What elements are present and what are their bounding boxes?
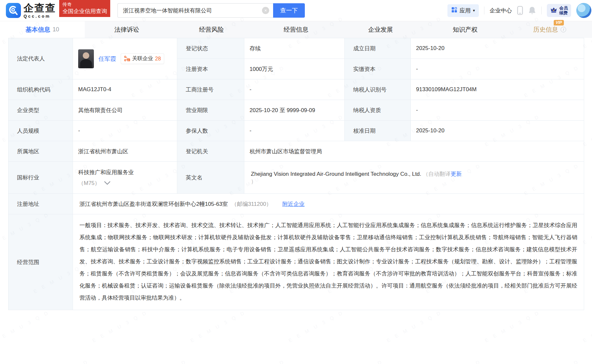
notifications-bell-icon[interactable] (528, 6, 536, 15)
vip-renew-button[interactable]: 会员 续费 (547, 4, 571, 17)
svg-text:企: 企 (128, 59, 130, 61)
label-legal-rep: 法定代表人 (9, 38, 73, 79)
brand-cn: 企查查 (24, 3, 56, 13)
label-reg-capital: 注册资本 (177, 59, 244, 79)
related-companies-button[interactable]: 企 关联企业 28 (121, 53, 164, 64)
basic-info-count: 10 (53, 26, 59, 33)
auto-translate-note: （自动翻译 (423, 171, 451, 177)
industry-name: 科技推广和应用服务业 (78, 169, 172, 176)
value-approval-date: 2025-10-20 (411, 121, 584, 141)
value-biz-term: 2025-10-20 至 9999-09-09 (244, 100, 345, 121)
legal-rep-name-link[interactable]: 任军霞 (98, 55, 116, 63)
value-reg-address: 浙江省杭州市萧山区盈丰街道双澜世环创新中心2幢105-63室 （邮编311200… (73, 194, 584, 214)
value-industry: 科技推广和应用服务业 （M75） (73, 162, 177, 194)
search-bar: × 查一下 (117, 3, 305, 18)
biz-scope-text: 一般项目：技术服务、技术开发、技术咨询、技术交流、技术转让、技术推广；人工智能通… (79, 219, 577, 304)
related-company-icon: 企 (124, 56, 130, 62)
label-region: 所属地区 (9, 141, 73, 162)
company-section-tabs: 基本信息10 法律诉讼 经营风险 经营信息 企业发展 知识产权 历史信息 VIP… (0, 21, 592, 38)
label-industry: 国标行业 (9, 162, 73, 194)
qcc-logo-icon (6, 3, 21, 18)
label-biz-scope: 经营范围 (9, 214, 73, 310)
value-reg-capital: 1000万元 (244, 59, 345, 79)
label-reg-status: 登记状态 (177, 38, 244, 59)
tab-legal-litigation[interactable]: 法律诉讼 (85, 21, 169, 38)
mobile-app-icon[interactable] (517, 6, 523, 15)
label-staff-size: 人员规模 (9, 121, 73, 141)
label-taxpayer-qual: 纳税人资质 (345, 100, 411, 121)
postcode-text: （邮编311200） (231, 201, 271, 207)
value-org-code: MAG12JT0-4 (73, 79, 177, 100)
value-taxpayer-id: 91330109MAG12JT04M (411, 79, 584, 100)
legal-rep-photo[interactable] (78, 49, 94, 68)
value-company-type: 其他有限责任公司 (73, 100, 177, 121)
label-reg-address: 注册地址 (9, 194, 73, 214)
chevron-down-icon: ▾ (473, 8, 475, 13)
english-name-text: Zhejiang Vision Integrated Air-Ground In… (251, 171, 421, 177)
search-button[interactable]: 查一下 (273, 3, 305, 18)
value-biz-reg-no: - (244, 79, 345, 100)
label-insured-count: 参保人数 (177, 121, 244, 141)
enterprise-center-link[interactable]: 企业中心 (490, 7, 512, 14)
value-reg-status: 存续 (244, 38, 345, 59)
legal-rep-cell: 任军霞 企 关联企业 28 (73, 38, 177, 79)
apps-menu[interactable]: 应用 ▾ (447, 4, 479, 17)
tab-intellectual-property[interactable]: 知识产权 (423, 21, 508, 38)
tab-history-info[interactable]: 历史信息 VIP i (507, 21, 592, 38)
divider (484, 7, 484, 14)
expand-chevron-icon[interactable] (104, 181, 111, 185)
address-text: 浙江省杭州市萧山区盈丰街道双澜世环创新中心2幢105-63室 (79, 201, 228, 207)
label-approval-date: 核准日期 (345, 121, 411, 141)
label-org-code: 组织机构代码 (9, 79, 73, 100)
brand-en: Qcc.com (24, 14, 56, 18)
credit-query-banner: 传奇 全国企业信用查询 (59, 0, 110, 17)
apps-label: 应用 (460, 7, 471, 14)
update-translation-link[interactable]: 更新 (451, 171, 462, 177)
label-biz-term: 营业期限 (177, 100, 244, 121)
value-taxpayer-qual: - (411, 100, 584, 121)
label-reg-authority: 登记机关 (177, 141, 244, 162)
clear-search-icon[interactable]: × (262, 7, 269, 14)
vip-tag: VIP (554, 20, 564, 25)
value-establish-date: 2025-10-20 (411, 38, 584, 59)
tab-company-development[interactable]: 企业发展 (338, 21, 423, 38)
value-insured-count: - (244, 121, 345, 141)
info-icon[interactable]: i (561, 27, 566, 32)
related-companies-label: 关联企业 (132, 55, 153, 62)
user-avatar[interactable] (576, 3, 591, 18)
value-biz-scope: 一般项目：技术服务、技术开发、技术咨询、技术交流、技术转让、技术推广；人工智能通… (73, 214, 584, 310)
crown-icon (550, 7, 557, 14)
basic-info-table: 法定代表人 任军霞 企 关联企业 28 登记状态 存续 (8, 38, 584, 310)
label-establish-date: 成立日期 (345, 38, 411, 59)
value-english-name: Zhejiang Vision Integrated Air-Ground In… (244, 162, 584, 194)
tab-operating-risk[interactable]: 经营风险 (169, 21, 254, 38)
header-right-nav: 应用 ▾ 企业中心 (447, 3, 587, 18)
label-english-name: 英文名 (177, 162, 244, 194)
label-paid-capital: 实缴资本 (345, 59, 411, 79)
vip-renew-label: 会员 续费 (559, 6, 568, 15)
value-reg-authority: 杭州市萧山区市场监督管理局 (244, 141, 584, 162)
value-region: 浙江省杭州市萧山区 (73, 141, 177, 162)
brand-text: 企查查 Qcc.com (24, 3, 56, 18)
nearby-companies-link[interactable]: 附近企业 (282, 201, 305, 207)
value-paid-capital: - (411, 59, 584, 79)
auto-translate-note-close: ） (251, 178, 256, 185)
tab-basic-info[interactable]: 基本信息10 (0, 21, 85, 38)
tab-operating-info[interactable]: 经营信息 (254, 21, 339, 38)
value-staff-size: - (73, 121, 177, 141)
label-taxpayer-id: 纳税人识别号 (345, 79, 411, 100)
industry-code: （M75） (78, 179, 100, 187)
qcc-logo[interactable]: 企查查 Qcc.com (6, 3, 56, 18)
apps-grid-icon (451, 7, 457, 14)
divider (541, 7, 542, 14)
banner-line2: 全国企业信用查询 (62, 8, 107, 15)
banner-line1: 传奇 (62, 1, 107, 8)
label-biz-reg-no: 工商注册号 (177, 79, 244, 100)
related-companies-count: 28 (155, 56, 161, 62)
search-input[interactable] (117, 3, 273, 18)
top-header: 企查查 Qcc.com 传奇 全国企业信用查询 × 查一下 应用 ▾ (0, 0, 592, 21)
label-company-type: 企业类型 (9, 100, 73, 121)
